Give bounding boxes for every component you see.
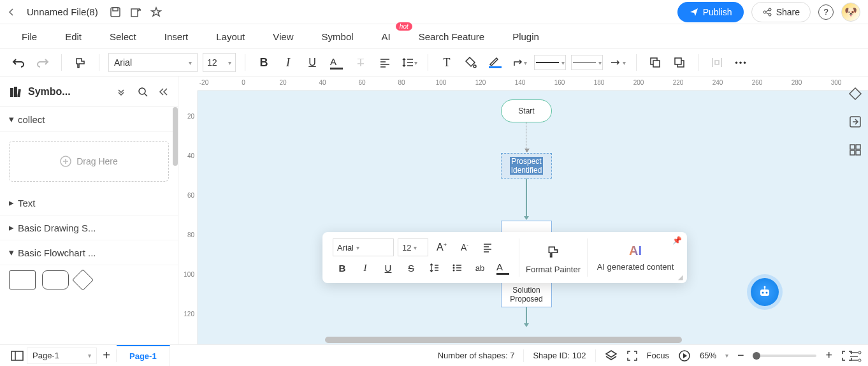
chevron-down-icon[interactable]: ▾: [725, 352, 728, 359]
zoom-slider[interactable]: [753, 355, 816, 357]
assistant-fab[interactable]: [751, 278, 779, 306]
font-family-select[interactable]: Arial ▾: [108, 53, 198, 72]
undo-button[interactable]: [9, 53, 28, 72]
more-button[interactable]: •••: [732, 53, 751, 72]
sidebar-section-basic-drawing[interactable]: ▸ Basic Drawing S...: [0, 216, 178, 240]
dropdown-icon[interactable]: [117, 87, 126, 96]
publish-button[interactable]: Publish: [677, 2, 744, 22]
collapse-sidebar-icon[interactable]: [159, 87, 169, 96]
help-button[interactable]: ?: [818, 4, 834, 20]
bold-button[interactable]: B: [254, 53, 273, 72]
line-spacing-button[interactable]: ▾: [400, 53, 419, 72]
ai-icon[interactable]: AI: [629, 244, 642, 258]
connector-style-button[interactable]: ▾: [510, 53, 529, 72]
sidebar-section-collect[interactable]: ▾ collect: [0, 107, 178, 132]
share-button[interactable]: Share: [751, 2, 811, 22]
menu-view[interactable]: View: [259, 26, 307, 47]
canvas-horizontal-scrollbar[interactable]: [325, 337, 682, 343]
caret-right-icon: ▸: [9, 197, 14, 209]
sidebar-section-text[interactable]: ▸ Text: [0, 191, 178, 216]
connector-arrow[interactable]: [526, 122, 527, 152]
float-spacing-button[interactable]: [424, 259, 444, 277]
zoom-out-button[interactable]: −: [737, 349, 744, 362]
float-case-button[interactable]: ab: [470, 259, 489, 277]
search-icon[interactable]: [137, 86, 148, 98]
svg-rect-29: [11, 351, 23, 360]
align-left-button[interactable]: [375, 53, 394, 72]
distribute-button[interactable]: [707, 53, 727, 72]
pin-icon[interactable]: 📌: [672, 236, 682, 245]
grid-panel-icon[interactable]: [847, 142, 864, 158]
zoom-in-button[interactable]: +: [825, 349, 832, 362]
underline-button[interactable]: U: [303, 53, 322, 72]
menu-select[interactable]: Select: [96, 26, 150, 47]
text-tool-button[interactable]: T: [437, 53, 456, 72]
float-bold-button[interactable]: B: [333, 259, 352, 277]
menu-symbol[interactable]: Symbol: [308, 26, 368, 47]
node-prospect-identified[interactable]: Prospect Identified: [501, 153, 552, 179]
redo-button[interactable]: [33, 53, 52, 72]
page-layout-icon[interactable]: [8, 346, 27, 365]
export-icon[interactable]: [130, 6, 141, 18]
node-solution-proposed[interactable]: Solution Proposed: [501, 282, 552, 307]
font-size-select[interactable]: 12 ▾: [203, 53, 236, 72]
canvas[interactable]: Start Prospect Identified Solution Propo…: [198, 91, 868, 344]
float-italic-button[interactable]: I: [356, 259, 375, 277]
save-icon[interactable]: [110, 6, 121, 18]
export-panel-icon[interactable]: [847, 113, 864, 130]
node-solution-l1: Solution: [512, 286, 540, 295]
float-underline-button[interactable]: U: [379, 259, 398, 277]
layer-front-button[interactable]: [646, 53, 665, 72]
menu-search-feature[interactable]: Search Feature: [405, 26, 498, 47]
menu-layout[interactable]: Layout: [202, 26, 259, 47]
clear-format-button[interactable]: T̶: [351, 53, 370, 72]
connector-arrow[interactable]: [526, 179, 527, 219]
sidebar-section-basic-flowchart[interactable]: ▾ Basic Flowchart ...: [0, 240, 178, 265]
zoom-level[interactable]: 65%: [700, 351, 716, 360]
shape-rectangle[interactable]: [9, 270, 36, 289]
font-color-button[interactable]: A: [327, 53, 346, 72]
node-start[interactable]: Start: [501, 99, 552, 122]
float-format-painter-button[interactable]: [540, 242, 567, 261]
italic-button[interactable]: I: [278, 53, 298, 72]
menu-edit[interactable]: Edit: [51, 26, 96, 47]
resize-handle-icon[interactable]: ◢: [678, 274, 683, 281]
line-style-select[interactable]: ▾: [534, 55, 566, 70]
decrease-font-button[interactable]: A-: [455, 238, 474, 256]
menu-ai[interactable]: AI hot: [368, 26, 405, 47]
menu-file[interactable]: File: [8, 26, 51, 47]
file-name[interactable]: Unnamed File(8): [27, 6, 98, 17]
theme-icon[interactable]: [847, 85, 864, 102]
back-button[interactable]: [8, 8, 15, 17]
page-tab-1[interactable]: Page-1: [117, 345, 170, 367]
play-icon[interactable]: [678, 349, 691, 362]
shape-rounded-rect[interactable]: [42, 270, 69, 289]
arrow-style-button[interactable]: ▾: [608, 53, 627, 72]
increase-font-button[interactable]: A+: [432, 238, 451, 256]
shape-diamond[interactable]: [72, 269, 94, 291]
page-selector[interactable]: Page-1 ▾: [27, 348, 97, 364]
user-avatar[interactable]: 🐶: [841, 3, 860, 22]
connector-arrow[interactable]: [526, 307, 527, 326]
float-strike-button[interactable]: S: [401, 259, 421, 277]
menu-plugin[interactable]: Plugin: [498, 26, 553, 47]
menu-insert[interactable]: Insert: [150, 26, 203, 47]
sidebar-scrollbar[interactable]: [173, 107, 178, 166]
line-weight-select[interactable]: ▾: [571, 55, 603, 70]
add-page-button[interactable]: +: [97, 346, 116, 365]
float-list-button[interactable]: [447, 259, 467, 277]
float-font-color-button[interactable]: A: [493, 259, 512, 277]
focus-icon[interactable]: [626, 350, 638, 362]
float-font-select[interactable]: Arial▾: [333, 238, 394, 256]
layers-icon[interactable]: [605, 349, 618, 362]
focus-label[interactable]: Focus: [647, 351, 669, 360]
fill-color-button[interactable]: [461, 53, 481, 72]
star-icon[interactable]: [150, 6, 162, 18]
settings-list-icon[interactable]: [847, 348, 864, 365]
format-painter-button[interactable]: [71, 53, 90, 72]
float-size-select[interactable]: 12▾: [398, 238, 428, 256]
line-color-button[interactable]: [486, 53, 505, 72]
layer-back-button[interactable]: [670, 53, 689, 72]
drag-here-zone[interactable]: Drag Here: [9, 141, 169, 182]
align-button[interactable]: [478, 238, 497, 256]
